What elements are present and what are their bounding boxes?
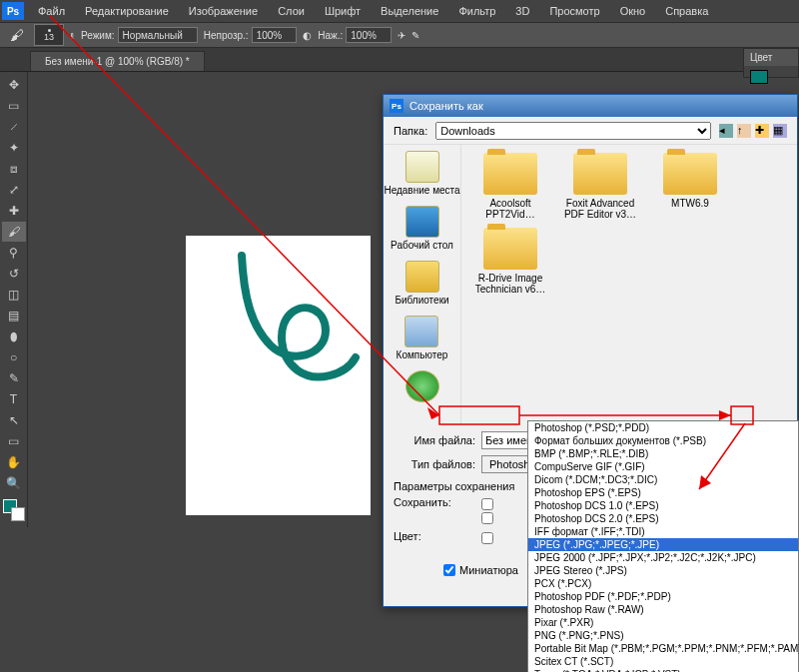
filetype-option[interactable]: BMP (*.BMP;*.RLE;*.DIB) [528,447,798,460]
menu-window[interactable]: Окно [610,0,656,22]
save-section-label: Сохранить: [394,496,475,526]
eyedropper-tool[interactable]: ⤢ [2,180,26,200]
places-bar: Недавние места Рабочий стол Библиотеки К… [384,145,461,424]
place-network[interactable] [405,370,439,404]
color-opt-checkbox[interactable] [481,532,493,544]
shape-tool[interactable]: ▭ [2,431,26,451]
menu-type[interactable]: Шрифт [315,0,371,22]
filetype-option[interactable]: JPEG (*.JPG;*.JPEG;*.JPE) [528,538,798,551]
menu-view[interactable]: Просмотр [539,0,609,22]
thumbnail-checkbox[interactable] [443,564,455,576]
filetype-option[interactable]: Photoshop Raw (*.RAW) [528,603,798,616]
move-tool[interactable]: ✥ [2,75,26,95]
color-panel[interactable]: Цвет [743,48,799,78]
color-swatches[interactable] [3,499,25,521]
type-tool[interactable]: T [2,389,26,409]
filetype-option[interactable]: JPEG 2000 (*.JPF;*.JPX;*.JP2;*.J2C;*.J2K… [528,551,798,564]
background-color[interactable] [11,507,25,521]
save-opt-checkbox[interactable] [481,498,493,510]
zoom-tool[interactable]: 🔍 [2,473,26,493]
color-panel-tab[interactable]: Цвет [744,49,798,66]
filetype-option[interactable]: Pixar (*.PXR) [528,616,798,629]
folder-select[interactable]: Downloads [435,122,711,140]
folder-item[interactable]: Acoolsoft PPT2Vid… [469,153,551,220]
color-swatch[interactable] [750,70,768,84]
ps-icon: Ps [390,99,403,113]
filename-label: Имя файла: [394,434,475,446]
filetype-option[interactable]: PNG (*.PNG;*.PNS) [528,629,798,642]
menu-filter[interactable]: Фильтр [448,0,505,22]
opacity-input[interactable]: 100% [252,27,298,43]
filetype-option[interactable]: IFF формат (*.IFF;*.TDI) [528,525,798,538]
filetype-option[interactable]: Photoshop DCS 1.0 (*.EPS) [528,499,798,512]
stamp-tool[interactable]: ⚲ [2,243,26,263]
blur-tool[interactable]: ⬮ [2,327,26,346]
hand-tool[interactable]: ✋ [2,452,26,472]
filetype-option[interactable]: Photoshop DCS 2.0 (*.EPS) [528,512,798,525]
flow-label: Наж.: [318,30,343,41]
filetype-option[interactable]: Portable Bit Map (*.PBM;*.PGM;*.PPM;*.PN… [528,642,798,655]
filetype-option[interactable]: Photoshop PDF (*.PDF;*.PDP) [528,590,798,603]
crop-tool[interactable]: ⧈ [2,159,26,179]
optionbar: 🖌 13 ⫾ Режим: Нормальный Непрозр.: 100% … [0,22,799,48]
back-icon[interactable]: ◂ [719,124,733,138]
place-computer[interactable]: Компьютер [397,316,448,360]
place-libraries[interactable]: Библиотеки [395,261,448,306]
airbrush-icon[interactable]: ✈ [398,30,405,41]
pressure-opacity-icon[interactable]: ◐ [303,30,312,41]
dodge-tool[interactable]: ○ [2,347,26,367]
marquee-tool[interactable]: ▭ [2,96,26,116]
eraser-tool[interactable]: ◫ [2,285,26,305]
filetype-option[interactable]: PCX (*.PCX) [528,577,798,590]
save-opt-checkbox[interactable] [481,512,493,524]
menu-3d[interactable]: 3D [505,0,539,22]
pen-tool[interactable]: ✎ [2,368,26,388]
pressure-size-icon[interactable]: ✎ [411,30,419,41]
place-desktop[interactable]: Рабочий стол [391,206,453,251]
color-section-label: Цвет: [394,530,475,546]
brush-icon: 🖌 [6,25,28,45]
history-brush[interactable]: ↺ [2,264,26,284]
menu-layers[interactable]: Слои [268,0,315,22]
tabbar: Без имени-1 @ 100% (RGB/8) * [0,48,799,72]
filetype-option[interactable]: Photoshop (*.PSD;*.PDD) [528,421,798,434]
heal-tool[interactable]: ✚ [2,201,26,221]
folder-item[interactable]: R-Drive Image Technician v6… [469,228,551,295]
filetype-option[interactable]: Targa (*.TGA;*.VDA;*.ICB;*.VST) [528,668,798,672]
menu-edit[interactable]: Редактирование [75,0,179,22]
canvas[interactable] [186,236,371,515]
menu-help[interactable]: Справка [655,0,718,22]
opacity-label: Непрозр.: [204,30,249,41]
filetype-option[interactable]: Формат больших документов (*.PSB) [528,434,798,447]
brush-preview[interactable]: 13 [34,24,64,46]
menu-select[interactable]: Выделение [371,0,448,22]
document-tab[interactable]: Без имени-1 @ 100% (RGB/8) * [30,51,205,71]
filetype-option[interactable]: Photoshop EPS (*.EPS) [528,486,798,499]
menu-image[interactable]: Изображение [179,0,268,22]
flow-input[interactable]: 100% [346,27,392,43]
menu-file[interactable]: Файл [28,0,75,22]
filetype-dropdown[interactable]: Photoshop (*.PSD;*.PDD)Формат больших до… [527,420,799,672]
filetype-option[interactable]: JPEG Stereo (*.JPS) [528,564,798,577]
filetype-option[interactable]: Scitex CT (*.SCT) [528,655,798,668]
path-tool[interactable]: ↖ [2,410,26,430]
gradient-tool[interactable]: ▤ [2,306,26,326]
file-listing[interactable]: Acoolsoft PPT2Vid… Foxit Advanced PDF Ed… [461,145,797,424]
lasso-tool[interactable]: ⟋ [2,117,26,137]
folder-item[interactable]: Foxit Advanced PDF Editor v3… [559,153,641,220]
dialog-titlebar[interactable]: Ps Сохранить как [384,95,797,117]
thumbnail-label: Миниатюра [459,564,518,576]
views-icon[interactable]: ▦ [773,124,787,138]
place-recent[interactable]: Недавние места [384,151,459,196]
filetype-option[interactable]: Dicom (*.DCM;*.DC3;*.DIC) [528,473,798,486]
toolbar: ✥ ▭ ⟋ ✦ ⧈ ⤢ ✚ 🖌 ⚲ ↺ ◫ ▤ ⬮ ○ ✎ T ↖ ▭ ✋ 🔍 [0,72,28,527]
ps-logo: Ps [2,2,24,20]
new-folder-icon[interactable]: ✚ [755,124,769,138]
folder-item[interactable]: MTW6.9 [649,153,731,220]
mode-select[interactable]: Нормальный [118,27,198,43]
wand-tool[interactable]: ✦ [2,138,26,158]
filetype-option[interactable]: CompuServe GIF (*.GIF) [528,460,798,473]
brush-tool[interactable]: 🖌 [2,222,26,242]
up-icon[interactable]: ↑ [737,124,751,138]
blend-icon[interactable]: ⫾ [70,30,75,41]
